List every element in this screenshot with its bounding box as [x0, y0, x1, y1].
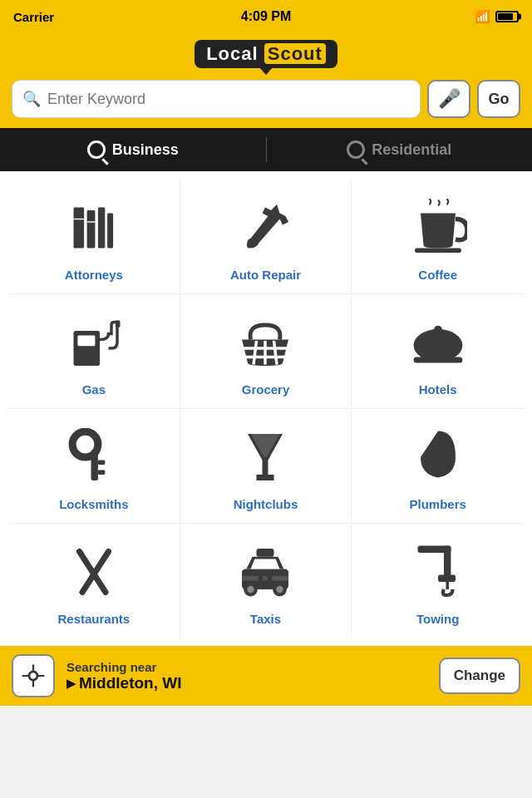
location-name: ▶ Middleton, WI: [66, 674, 427, 692]
status-right: 📶: [475, 9, 519, 24]
location-icon: [22, 664, 45, 687]
gas-label: Gas: [82, 382, 106, 397]
restaurants-label: Restaurants: [57, 612, 130, 626]
tab-business-label: Business: [112, 141, 179, 159]
locksmiths-label: Locksmiths: [59, 497, 128, 511]
category-taxis[interactable]: Taxis: [180, 524, 352, 638]
grocery-icon: [232, 309, 298, 376]
towing-icon: [405, 539, 471, 605]
category-hotels[interactable]: Hotels: [352, 294, 524, 409]
app-logo: Local Scout: [195, 40, 337, 68]
go-button[interactable]: Go: [477, 80, 520, 118]
category-attorneys[interactable]: Attorneys: [8, 180, 180, 294]
svg-rect-0: [73, 208, 84, 249]
location-value: Middleton, WI: [79, 674, 181, 692]
svg-point-28: [248, 586, 254, 593]
svg-rect-18: [413, 357, 462, 363]
svg-rect-7: [415, 249, 461, 254]
svg-rect-3: [107, 214, 113, 249]
gas-icon: [61, 309, 127, 376]
nav-tabs: Business Residential: [0, 128, 532, 171]
change-button[interactable]: Change: [439, 658, 520, 694]
svg-rect-20: [91, 451, 97, 480]
svg-rect-31: [242, 576, 288, 581]
category-auto-repair[interactable]: Auto Repair: [180, 180, 352, 294]
category-restaurants[interactable]: Restaurants: [8, 524, 180, 638]
search-row: 🔍 🎤 Go: [12, 80, 520, 118]
svg-point-30: [277, 586, 283, 593]
category-towing[interactable]: Towing: [352, 524, 524, 638]
taxis-icon: [232, 539, 298, 605]
attorneys-icon: [61, 195, 127, 261]
locksmiths-icon: [61, 424, 127, 490]
nightclubs-icon: [232, 424, 298, 490]
svg-rect-2: [98, 208, 105, 249]
svg-rect-9: [77, 336, 95, 347]
grocery-label: Grocery: [242, 382, 290, 397]
restaurants-icon: [61, 539, 127, 605]
svg-rect-33: [268, 576, 273, 581]
search-icon: 🔍: [22, 90, 41, 108]
towing-label: Towing: [416, 612, 459, 626]
svg-point-38: [29, 672, 37, 680]
hotels-label: Hotels: [419, 382, 457, 397]
svg-rect-35: [417, 546, 451, 553]
location-icon-button[interactable]: [12, 654, 55, 697]
auto-repair-label: Auto Repair: [230, 268, 301, 282]
business-search-icon: [87, 140, 106, 159]
category-nightclubs[interactable]: Nightclubs: [180, 409, 352, 524]
search-input[interactable]: [47, 91, 410, 108]
category-grocery[interactable]: Grocery: [180, 294, 352, 409]
mic-button[interactable]: 🎤: [427, 80, 470, 118]
category-plumbers[interactable]: Plumbers: [352, 409, 524, 524]
tab-business[interactable]: Business: [0, 128, 266, 171]
location-arrow-icon: ▶: [66, 677, 76, 690]
tab-residential-label: Residential: [372, 141, 451, 159]
coffee-label: Coffee: [418, 268, 457, 282]
time-label: 4:09 PM: [241, 9, 291, 24]
svg-rect-32: [259, 576, 264, 581]
tab-residential[interactable]: Residential: [267, 128, 533, 171]
battery-icon: [495, 11, 519, 22]
svg-point-6: [248, 239, 257, 248]
category-coffee[interactable]: Coffee: [352, 180, 524, 294]
footer: Searching near ▶ Middleton, WI Change: [0, 646, 532, 706]
category-locksmiths[interactable]: Locksmiths: [8, 409, 180, 524]
svg-rect-1: [86, 210, 95, 249]
searching-label: Searching near: [66, 660, 427, 674]
status-bar: Carrier 4:09 PM 📶: [0, 0, 532, 33]
residential-search-icon: [347, 140, 365, 159]
svg-rect-10: [116, 320, 121, 327]
carrier-label: Carrier: [13, 10, 54, 24]
plumbers-label: Plumbers: [409, 497, 466, 511]
coffee-icon: [405, 195, 471, 261]
svg-point-17: [434, 326, 442, 334]
auto-repair-icon: [232, 195, 298, 261]
logo-scout: Scout: [264, 43, 326, 64]
wifi-icon: 📶: [475, 9, 490, 24]
plumbers-icon: [405, 424, 471, 490]
svg-rect-22: [98, 470, 105, 475]
category-gas[interactable]: Gas: [8, 294, 180, 409]
header: Local Scout 🔍 🎤 Go: [0, 33, 532, 128]
svg-rect-37: [438, 575, 456, 582]
taxis-label: Taxis: [250, 612, 281, 626]
nightclubs-label: Nightclubs: [234, 497, 298, 511]
go-label: Go: [489, 91, 510, 108]
logo-local: Local: [206, 43, 258, 64]
attorneys-label: Attorneys: [65, 268, 123, 282]
location-text: Searching near ▶ Middleton, WI: [66, 660, 427, 692]
svg-rect-25: [257, 549, 274, 557]
search-input-wrapper[interactable]: 🔍: [12, 80, 421, 118]
category-grid: Attorneys Auto Repair: [0, 171, 532, 646]
hotels-icon: [405, 309, 471, 376]
mic-icon: 🎤: [438, 88, 461, 110]
svg-rect-21: [98, 461, 105, 466]
svg-point-16: [413, 329, 462, 362]
